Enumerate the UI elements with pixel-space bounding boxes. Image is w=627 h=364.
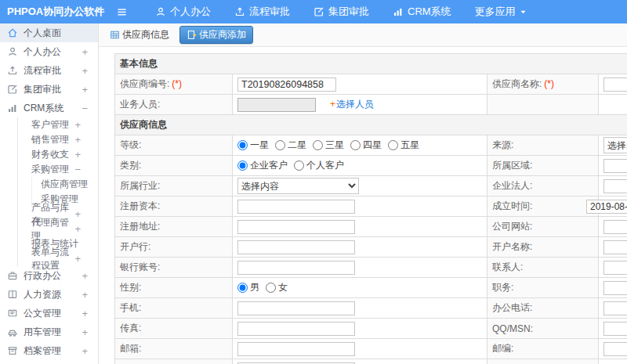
expand-toggle-icon[interactable]: + bbox=[74, 253, 81, 265]
hamburger-icon[interactable] bbox=[110, 7, 133, 17]
field-input[interactable] bbox=[237, 322, 355, 336]
field-label-cell: 传真: bbox=[115, 319, 233, 339]
radio-input[interactable] bbox=[350, 140, 361, 150]
sidebar-item-personal-office[interactable]: 个人办公+ bbox=[0, 42, 98, 61]
field-input[interactable] bbox=[603, 261, 627, 275]
sidebar-item-doc-mgmt[interactable]: 公文管理+ bbox=[0, 304, 98, 323]
field-select[interactable]: 选择内容 bbox=[603, 137, 627, 153]
field-input[interactable] bbox=[586, 200, 627, 214]
sidebar-item-finance-io[interactable]: 财务收支+ bbox=[0, 147, 98, 162]
field-input[interactable] bbox=[237, 77, 336, 92]
field-input[interactable] bbox=[237, 342, 355, 356]
expand-toggle-icon[interactable]: − bbox=[74, 164, 81, 175]
expand-toggle-icon[interactable]: + bbox=[74, 119, 81, 131]
field-input[interactable] bbox=[603, 179, 627, 193]
field-label-cell: 开户行: bbox=[115, 237, 233, 258]
supplier-add-form: 基本信息供应商编号:(*)供应商名称:(*)业务人员:+选择人员供应商信息等级:… bbox=[114, 53, 627, 364]
radio-option[interactable]: 男 bbox=[237, 281, 259, 294]
radio-option[interactable]: 五星 bbox=[388, 139, 419, 152]
field-input[interactable] bbox=[237, 301, 355, 315]
radio-input[interactable] bbox=[266, 283, 276, 293]
sidebar-item-vehicle-mgmt[interactable]: 用车管理+ bbox=[0, 323, 98, 341]
expand-toggle-icon[interactable]: + bbox=[74, 149, 81, 160]
topnav-item-crm-system[interactable]: CRM系统 bbox=[393, 5, 451, 19]
sidebar-item-personal-desktop[interactable]: 个人桌面 bbox=[0, 23, 98, 42]
field-label-cell: 类别: bbox=[115, 156, 233, 176]
expand-toggle-icon[interactable]: + bbox=[82, 270, 88, 282]
field-label: 所属行业: bbox=[120, 180, 160, 191]
sidebar-item-form-flow-setting[interactable]: 表单与流程设置+ bbox=[0, 251, 98, 266]
radio-input[interactable] bbox=[237, 140, 248, 150]
radio-option[interactable]: 三星 bbox=[313, 139, 344, 152]
field-input[interactable] bbox=[603, 281, 627, 295]
radio-option[interactable]: 女 bbox=[266, 281, 288, 294]
expand-toggle-icon[interactable]: + bbox=[82, 326, 88, 338]
select-person-link[interactable]: 选择人员 bbox=[336, 99, 374, 110]
expand-toggle-icon[interactable]: + bbox=[74, 223, 81, 235]
radio-input[interactable] bbox=[388, 140, 398, 150]
radio-input[interactable] bbox=[275, 140, 285, 150]
expand-toggle-icon[interactable]: + bbox=[74, 208, 81, 220]
sidebar-item-purchase-mgmt[interactable]: 采购管理− bbox=[0, 162, 98, 177]
sidebar-item-hr[interactable]: 人力资源+ bbox=[0, 285, 98, 304]
expand-toggle-icon[interactable]: + bbox=[82, 289, 88, 301]
sidebar-item-workflow-approval[interactable]: 流程审批+ bbox=[0, 61, 98, 80]
topnav-item-group-approval[interactable]: 集团审批 bbox=[314, 5, 369, 19]
radio-option[interactable]: 二星 bbox=[275, 139, 306, 152]
table-icon bbox=[110, 30, 120, 40]
sidebar-item-admin-office[interactable]: 行政办公+ bbox=[0, 266, 98, 285]
topnav-item-workflow-approval[interactable]: 流程审批 bbox=[234, 5, 290, 19]
radio-input[interactable] bbox=[294, 160, 304, 171]
field-input[interactable] bbox=[603, 77, 627, 92]
expand-toggle-icon[interactable]: + bbox=[82, 84, 88, 96]
radio-option[interactable]: 四星 bbox=[350, 139, 382, 152]
sidebar-item-crm-system[interactable]: CRM系统− bbox=[0, 99, 98, 117]
field-input[interactable] bbox=[237, 261, 355, 275]
home-icon bbox=[7, 27, 18, 38]
field-input[interactable] bbox=[603, 240, 627, 254]
sidebar-item-supplier-mgmt[interactable]: 供应商管理 bbox=[0, 177, 98, 192]
radio-input[interactable] bbox=[237, 160, 248, 171]
field-input[interactable] bbox=[603, 159, 627, 173]
expand-toggle-icon[interactable]: + bbox=[82, 46, 88, 58]
sidebar-menu: 个人桌面个人办公+流程审批+集团审批+CRM系统−客户管理+销售管理+财务收支+… bbox=[0, 23, 99, 364]
caret-down-icon bbox=[520, 9, 527, 16]
sidebar-item-customer-mgmt[interactable]: 客户管理+ bbox=[0, 117, 98, 132]
field-select[interactable]: 选择内容 bbox=[237, 178, 359, 194]
field-input[interactable] bbox=[603, 220, 627, 234]
field-input[interactable] bbox=[603, 342, 627, 356]
field-input[interactable] bbox=[237, 240, 355, 254]
form-row: 地址: bbox=[115, 359, 627, 364]
topnav-item-personal-office[interactable]: 个人办公 bbox=[155, 5, 211, 19]
sidebar-item-archive-mgmt[interactable]: 档案管理+ bbox=[0, 341, 98, 360]
field-label-cell: 成立时间: bbox=[487, 196, 599, 217]
sidebar-item-group-approval[interactable]: 集团审批+ bbox=[0, 80, 98, 99]
expand-toggle-icon[interactable]: − bbox=[82, 103, 88, 114]
sidebar-item-sales-mgmt[interactable]: 销售管理+ bbox=[0, 132, 98, 147]
field-label-cell: 地址: bbox=[115, 359, 233, 364]
expand-toggle-icon[interactable]: + bbox=[82, 65, 88, 77]
field-cell bbox=[233, 298, 487, 319]
field-input[interactable] bbox=[237, 200, 355, 214]
sidebar-item-label: 行政办公 bbox=[24, 269, 61, 283]
expand-toggle-icon[interactable]: + bbox=[74, 134, 81, 146]
sidebar-item-agent-mgmt[interactable]: 代理商管理+ bbox=[0, 222, 98, 236]
radio-input[interactable] bbox=[313, 140, 323, 150]
topnav-item-more-apps[interactable]: 更多应用 bbox=[475, 5, 527, 19]
form-row: 注册地址:公司网站: bbox=[115, 217, 627, 237]
top-navigation: 个人办公流程审批集团审批CRM系统更多应用 bbox=[155, 5, 550, 19]
field-input[interactable] bbox=[237, 220, 355, 234]
radio-input[interactable] bbox=[237, 283, 248, 293]
radio-option[interactable]: 个人客户 bbox=[294, 159, 344, 172]
tab-supplier-add[interactable]: 供应商添加 bbox=[179, 26, 253, 44]
form-row: 手机:办公电话: bbox=[115, 298, 627, 319]
field-input[interactable] bbox=[603, 322, 627, 336]
radio-option[interactable]: 企业客户 bbox=[237, 159, 288, 172]
field-input[interactable] bbox=[603, 301, 627, 315]
topnav-label: 个人办公 bbox=[170, 5, 211, 19]
expand-toggle-icon[interactable]: + bbox=[82, 308, 88, 319]
expand-toggle-icon[interactable]: + bbox=[82, 345, 88, 357]
tab-supplier-info[interactable]: 供应商信息 bbox=[105, 26, 174, 44]
radio-option[interactable]: 一星 bbox=[237, 139, 269, 152]
person-picker-input[interactable] bbox=[237, 98, 316, 112]
